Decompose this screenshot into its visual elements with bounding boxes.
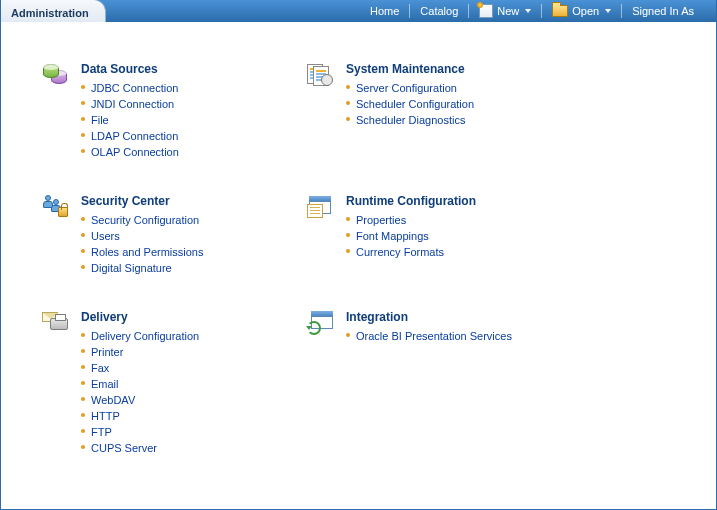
admin-link[interactable]: JDBC Connection xyxy=(91,82,178,94)
admin-link[interactable]: OLAP Connection xyxy=(91,146,179,158)
folder-open-icon xyxy=(552,5,568,17)
link-item: Scheduler Diagnostics xyxy=(346,112,474,128)
section-title: Runtime Configuration xyxy=(346,194,476,212)
section-links: PropertiesFont MappingsCurrency Formats xyxy=(346,212,476,260)
section-title: System Maintenance xyxy=(346,62,474,80)
new-menu[interactable]: New xyxy=(471,0,539,22)
link-item: JDBC Connection xyxy=(81,80,179,96)
separator xyxy=(409,4,410,18)
admin-link[interactable]: Fax xyxy=(91,362,109,374)
section-security-center: Security Center Security ConfigurationUs… xyxy=(41,194,306,276)
admin-link[interactable]: FTP xyxy=(91,426,112,438)
admin-link[interactable]: Scheduler Diagnostics xyxy=(356,114,465,126)
link-item: Email xyxy=(81,376,199,392)
runtime-configuration-icon xyxy=(306,194,336,220)
admin-link[interactable]: Scheduler Configuration xyxy=(356,98,474,110)
admin-link[interactable]: Roles and Permissions xyxy=(91,246,204,258)
page-tab: Administration xyxy=(1,0,106,22)
separator xyxy=(468,4,469,18)
chevron-down-icon xyxy=(605,9,611,13)
admin-link[interactable]: Delivery Configuration xyxy=(91,330,199,342)
link-item: JNDI Connection xyxy=(81,96,179,112)
link-item: Currency Formats xyxy=(346,244,476,260)
link-item: Printer xyxy=(81,344,199,360)
top-toolbar: Administration Home Catalog New Open Sig… xyxy=(1,0,716,22)
signed-in-menu[interactable]: Signed In As xyxy=(624,0,702,22)
admin-link[interactable]: Security Configuration xyxy=(91,214,199,226)
admin-link[interactable]: Oracle BI Presentation Services xyxy=(356,330,512,342)
link-item: Digital Signature xyxy=(81,260,204,276)
delivery-icon xyxy=(41,310,71,336)
section-delivery: Delivery Delivery ConfigurationPrinterFa… xyxy=(41,310,306,456)
admin-link[interactable]: HTTP xyxy=(91,410,120,422)
chevron-down-icon xyxy=(525,9,531,13)
separator xyxy=(541,4,542,18)
page-title: Administration xyxy=(11,7,89,19)
link-item: Security Configuration xyxy=(81,212,204,228)
admin-link[interactable]: Font Mappings xyxy=(356,230,429,242)
admin-link[interactable]: CUPS Server xyxy=(91,442,157,454)
link-item: Roles and Permissions xyxy=(81,244,204,260)
admin-link[interactable]: LDAP Connection xyxy=(91,130,178,142)
admin-content: Data Sources JDBC ConnectionJNDI Connect… xyxy=(1,22,716,470)
section-integration: Integration Oracle BI Presentation Servi… xyxy=(306,310,636,456)
section-links: Security ConfigurationUsersRoles and Per… xyxy=(81,212,204,276)
section-links: Server ConfigurationScheduler Configurat… xyxy=(346,80,474,128)
new-document-icon xyxy=(479,4,493,18)
section-runtime-configuration: Runtime Configuration PropertiesFont Map… xyxy=(306,194,636,276)
link-item: CUPS Server xyxy=(81,440,199,456)
link-item: OLAP Connection xyxy=(81,144,179,160)
integration-icon xyxy=(306,310,336,336)
section-links: Delivery ConfigurationPrinterFaxEmailWeb… xyxy=(81,328,199,456)
section-links: Oracle BI Presentation Services xyxy=(346,328,512,344)
system-maintenance-icon xyxy=(306,62,336,88)
admin-link[interactable]: Users xyxy=(91,230,120,242)
link-item: Users xyxy=(81,228,204,244)
home-link[interactable]: Home xyxy=(362,0,407,22)
admin-link[interactable]: Email xyxy=(91,378,119,390)
admin-link[interactable]: Currency Formats xyxy=(356,246,444,258)
link-item: Oracle BI Presentation Services xyxy=(346,328,512,344)
link-item: HTTP xyxy=(81,408,199,424)
link-item: WebDAV xyxy=(81,392,199,408)
admin-link[interactable]: WebDAV xyxy=(91,394,135,406)
admin-link[interactable]: Digital Signature xyxy=(91,262,172,274)
separator xyxy=(621,4,622,18)
open-menu[interactable]: Open xyxy=(544,0,619,22)
section-title: Data Sources xyxy=(81,62,179,80)
link-item: Scheduler Configuration xyxy=(346,96,474,112)
link-item: Font Mappings xyxy=(346,228,476,244)
link-item: File xyxy=(81,112,179,128)
link-item: Fax xyxy=(81,360,199,376)
section-title: Security Center xyxy=(81,194,204,212)
section-title: Delivery xyxy=(81,310,199,328)
data-sources-icon xyxy=(41,62,71,88)
top-links: Home Catalog New Open Signed In As xyxy=(362,0,716,22)
catalog-link[interactable]: Catalog xyxy=(412,0,466,22)
section-system-maintenance: System Maintenance Server ConfigurationS… xyxy=(306,62,636,160)
admin-link[interactable]: File xyxy=(91,114,109,126)
admin-link[interactable]: Printer xyxy=(91,346,123,358)
admin-link[interactable]: Properties xyxy=(356,214,406,226)
section-data-sources: Data Sources JDBC ConnectionJNDI Connect… xyxy=(41,62,306,160)
admin-link[interactable]: JNDI Connection xyxy=(91,98,174,110)
link-item: FTP xyxy=(81,424,199,440)
admin-link[interactable]: Server Configuration xyxy=(356,82,457,94)
security-center-icon xyxy=(41,194,71,220)
link-item: Properties xyxy=(346,212,476,228)
link-item: Delivery Configuration xyxy=(81,328,199,344)
section-links: JDBC ConnectionJNDI ConnectionFileLDAP C… xyxy=(81,80,179,160)
link-item: Server Configuration xyxy=(346,80,474,96)
link-item: LDAP Connection xyxy=(81,128,179,144)
section-title: Integration xyxy=(346,310,512,328)
